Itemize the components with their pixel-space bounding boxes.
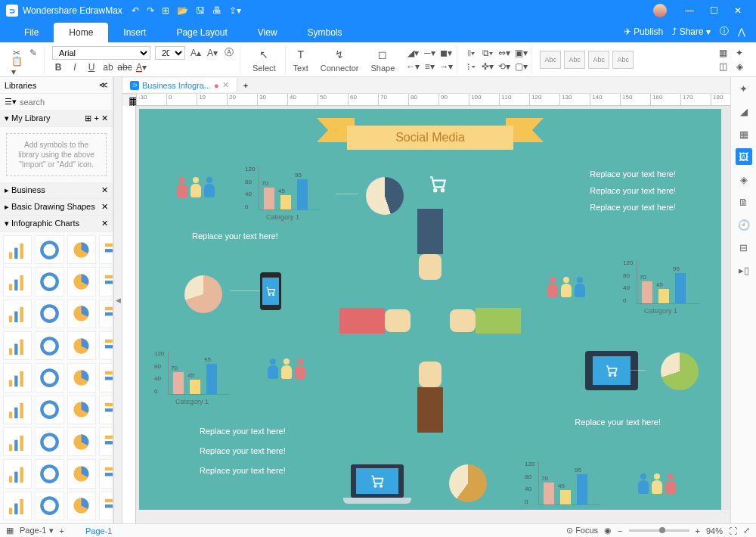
symbol-thumb[interactable] [99,363,113,392]
close-tab-icon[interactable]: ✕ [222,80,229,90]
pie-chart[interactable] [184,275,222,313]
save-icon[interactable]: 🖫 [196,5,205,16]
arrow-begin-icon[interactable]: ←▾ [407,61,419,73]
people-icons[interactable] [638,473,676,495]
placeholder-text[interactable]: Replace your text here! [590,203,676,212]
zoom-value[interactable]: 94% [706,526,723,535]
highlight-icon[interactable]: ab [102,61,114,73]
tab-symbols[interactable]: Symbols [293,23,358,42]
symbol-thumb[interactable] [67,363,96,392]
line-weight-icon[interactable]: ≡▾ [423,61,435,73]
tab-home[interactable]: Home [54,23,108,42]
symbol-thumb[interactable] [99,235,113,264]
symbol-thumb[interactable] [67,396,96,424]
view-mode-icon[interactable]: ◉ [604,526,612,535]
underline-icon[interactable]: U [85,61,98,73]
symbol-thumb[interactable] [35,331,64,360]
symbol-thumb[interactable] [99,427,113,456]
symbol-thumb[interactable] [35,427,64,456]
panel-collapse-handle[interactable]: ◀ [113,77,122,523]
search-input[interactable] [20,98,124,107]
symbol-thumb[interactable] [99,331,113,360]
tab-page-layout[interactable]: Page Layout [161,23,242,42]
ruler-panel-icon[interactable]: ⊟ [736,239,752,256]
tab-view[interactable]: View [243,23,293,42]
symbol-thumb[interactable] [35,459,64,488]
fill-icon[interactable]: ◢▾ [407,47,419,59]
font-size-select[interactable]: 20 [155,46,185,60]
new-icon[interactable]: ⊞ [162,5,169,16]
document-tab[interactable]: ⊃ Business Infogra... ●✕ [122,78,237,92]
redo-icon[interactable]: ↷ [147,5,154,16]
help-icon[interactable]: ⓘ [720,25,729,38]
collapse-ribbon-icon[interactable]: ⋀ [738,26,745,37]
connector-line[interactable] [336,194,358,194]
maximize-button[interactable]: ☐ [702,5,726,16]
fullscreen-icon[interactable]: ⤢ [743,526,750,535]
distribute-icon[interactable]: ⫶▾ [465,61,477,73]
style-swatch-3[interactable]: Abc [588,51,609,69]
user-avatar[interactable] [653,4,667,17]
open-icon[interactable]: 📂 [177,5,188,16]
placeholder-text[interactable]: Replace your text here! [200,427,286,436]
add-page-icon[interactable]: + [60,526,64,535]
line-icon[interactable]: ─▾ [423,47,435,59]
people-icons[interactable] [547,277,585,298]
symbol-thumb[interactable] [3,267,32,296]
bar-chart[interactable]: 04080120704595Category 1 [623,260,699,313]
new-tab-icon[interactable]: + [237,81,254,90]
connector-tool[interactable]: ↯Connector [316,47,364,73]
italic-icon[interactable]: I [69,61,81,73]
style-swatch-1[interactable]: Abc [540,51,561,69]
font-family-select[interactable]: Arial [52,46,150,60]
symbol-thumb[interactable] [3,459,32,488]
library-menu-icon[interactable]: ☰▾ [5,97,17,107]
slide-panel-icon[interactable]: ▸▯ [736,262,752,278]
placeholder-text[interactable]: Replace your text here! [575,417,661,427]
pie-chart[interactable] [449,464,487,502]
bold-icon[interactable]: B [52,61,64,73]
section-basic-shapes[interactable]: ▸ Basic Drawing Shapes✕ [0,199,113,216]
find-icon[interactable]: ▦ [717,47,729,59]
page-selector[interactable]: Page-1 ▾ [20,526,54,535]
clear-format-icon[interactable]: Ⓐ [223,47,235,59]
title-banner[interactable]: Social Media [317,115,544,153]
section-infographic[interactable]: ▾ Infographic Charts✕ [0,216,113,232]
placeholder-text[interactable]: Replace your text here! [192,231,278,241]
grid-view-icon[interactable]: ▦ [6,526,14,535]
zoom-out-icon[interactable]: − [618,526,622,535]
layers-panel-icon[interactable]: ◈ [736,171,752,188]
publish-button[interactable]: ✈ Publish [624,26,664,37]
laptop-icon[interactable] [343,464,411,510]
bar-chart[interactable]: 04080120704595Category 1 [154,351,230,404]
symbol-thumb[interactable] [67,267,96,296]
focus-mode[interactable]: ⊙ Focus [566,526,598,535]
symbol-thumb[interactable] [35,396,64,424]
zoom-slider[interactable] [629,529,689,532]
page[interactable]: Social Media Replace your text here! Rep… [139,109,721,510]
style-swatch-2[interactable]: Abc [564,51,585,69]
undo-icon[interactable]: ↶ [132,5,139,16]
paste-icon[interactable]: 📋▾ [11,61,23,73]
export-icon[interactable]: ⇪▾ [229,5,241,16]
symbol-thumb[interactable] [3,300,32,328]
bar-chart[interactable]: 04080120704595Category 1 [525,461,600,510]
symbol-thumb[interactable] [67,300,96,328]
symbol-thumb[interactable] [67,331,96,360]
shape-tool[interactable]: ◻Shape [367,47,400,73]
section-business[interactable]: ▸ Business✕ [0,182,113,199]
bar-chart[interactable]: 04080120704595Category 1 [245,166,321,219]
pie-chart[interactable] [661,352,699,390]
symbol-thumb[interactable] [3,331,32,360]
tab-file[interactable]: File [9,23,54,42]
placeholder-text[interactable]: Replace your text here! [590,169,676,178]
placeholder-text[interactable]: Replace your text here! [590,186,676,195]
symbol-thumb[interactable] [99,492,113,520]
strike-icon[interactable]: abc [119,61,131,73]
replace-icon[interactable]: ✦ [733,47,745,59]
more-icon[interactable]: ◈ [733,61,745,73]
tab-insert[interactable]: Insert [108,23,161,42]
collapse-panel-icon[interactable]: ≪ [99,80,108,90]
font-color-icon[interactable]: A▾ [135,61,147,73]
group-icon[interactable]: ⧉▾ [482,47,494,59]
